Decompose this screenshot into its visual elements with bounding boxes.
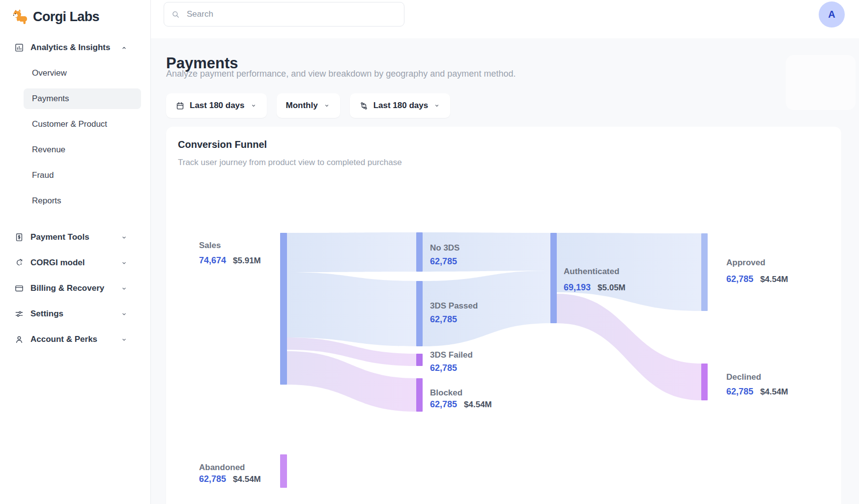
node-amount: $5.91M [233, 256, 261, 266]
chevron-up-icon[interactable] [120, 44, 128, 52]
sidebar: Corgi Labs Analytics & InsightsOverviewP… [0, 0, 151, 504]
sidebar-subitem-label: Fraud [32, 170, 54, 180]
sliders-icon [14, 309, 24, 319]
chevron-down-icon[interactable] [120, 336, 128, 344]
node-label-sales: Sales [199, 241, 221, 251]
filter-button-0[interactable]: Last 180 days [166, 93, 267, 118]
node-label-authenticated: Authenticated [564, 267, 619, 277]
node-count[interactable]: 62,785 [430, 363, 457, 373]
sidebar-subitem-label: Revenue [32, 145, 65, 155]
page-subtitle: Analyze payment performance, and view br… [166, 69, 515, 79]
dog-icon [14, 258, 24, 268]
node-amount: $4.54M [464, 400, 492, 410]
node-name: Approved [726, 258, 765, 268]
flow-sales-to-no_3ds[interactable] [287, 232, 416, 272]
node-bar-authenticated[interactable] [550, 233, 557, 323]
node-name: 3DS Failed [430, 350, 473, 360]
node-amount: $4.54M [760, 387, 788, 397]
node-bar-no_3ds[interactable] [416, 232, 423, 272]
sidebar-nav: Analytics & InsightsOverviewPaymentsCust… [9, 37, 141, 350]
search-box[interactable] [164, 2, 404, 27]
node-count[interactable]: 69,193 [564, 282, 591, 293]
node-count[interactable]: 62,785 [430, 314, 457, 325]
node-bar-declined[interactable] [701, 364, 708, 400]
node-bar-sales[interactable] [280, 233, 287, 385]
node-count[interactable]: 62,785 [199, 474, 226, 484]
node-name: Abandoned [199, 463, 245, 473]
sidebar-item-corgi-model[interactable]: CORGI model [9, 252, 141, 273]
filter-label: Monthly [286, 101, 318, 111]
node-count[interactable]: 74,674 [199, 255, 226, 266]
flow-sales-to-3ds_passed[interactable] [287, 272, 416, 346]
corgi-logo-icon [12, 9, 29, 25]
chevron-down-icon[interactable] [120, 310, 128, 318]
filter-button-2[interactable]: Last 180 days [350, 93, 451, 118]
node-values-declined: 62,785$4.54M [726, 387, 788, 397]
sidebar-item-payment-tools[interactable]: Payment Tools [9, 227, 141, 248]
sidebar-subitem-customer-product[interactable]: Customer & Product [24, 114, 141, 135]
filter-label: Last 180 days [190, 101, 245, 111]
user-avatar[interactable]: A [819, 1, 845, 28]
sidebar-subitem-revenue[interactable]: Revenue [24, 140, 141, 160]
node-label-no_3ds: No 3DS [430, 243, 459, 253]
sidebar-subitem-label: Overview [32, 68, 67, 78]
sidebar-item-label: Analytics & Insights [30, 43, 110, 53]
sidebar-subitem-label: Customer & Product [32, 119, 107, 129]
sidebar-item-billing-recovery[interactable]: Billing & Recovery [9, 278, 141, 299]
brand-logo[interactable]: Corgi Labs [9, 7, 141, 27]
sidebar-subitem-payments[interactable]: Payments [24, 88, 141, 109]
filter-button-1[interactable]: Monthly [277, 93, 340, 118]
chevron-down-icon [433, 102, 441, 110]
sidebar-item-label: Settings [30, 309, 63, 319]
chevron-down-icon[interactable] [120, 284, 128, 293]
node-values-3ds_passed: 62,785 [430, 314, 457, 325]
node-name: Sales [199, 241, 221, 251]
filter-bar: Last 180 daysMonthlyLast 180 days [166, 93, 450, 118]
node-amount: $4.54M [233, 475, 261, 484]
node-amount: $5.05M [598, 283, 626, 293]
sidebar-item-label: CORGI model [30, 258, 85, 268]
sidebar-item-label: Payment Tools [30, 232, 89, 242]
sidebar-item-account-perks[interactable]: Account & Perks [9, 329, 141, 350]
chevron-down-icon[interactable] [120, 233, 128, 242]
main-content: Payments Analyze payment performance, an… [151, 38, 859, 504]
node-label-blocked: Blocked [430, 388, 462, 398]
node-values-3ds_failed: 62,785 [430, 363, 457, 373]
node-name: Authenticated [564, 267, 619, 277]
sidebar-subitem-fraud[interactable]: Fraud [24, 165, 141, 186]
sankey-svg [166, 127, 841, 504]
node-count[interactable]: 62,785 [726, 387, 753, 397]
sidebar-subitem-reports[interactable]: Reports [24, 191, 141, 211]
node-label-3ds_failed: 3DS Failed [430, 350, 473, 360]
corgi-labs-dashboard: { "brand": { "name": "Corgi Labs" }, "to… [0, 0, 859, 504]
search-icon [171, 10, 180, 19]
node-bar-abandoned[interactable] [280, 454, 287, 488]
sidebar-item-label: Billing & Recovery [30, 283, 104, 293]
sidebar-item-settings[interactable]: Settings [9, 304, 141, 324]
node-name: 3DS Passed [430, 301, 478, 311]
calendar-icon [175, 101, 185, 111]
node-bar-approved[interactable] [701, 233, 708, 311]
filter-label: Last 180 days [373, 101, 429, 111]
chevron-down-icon[interactable] [120, 259, 128, 267]
node-count[interactable]: 62,785 [726, 274, 753, 284]
node-count[interactable]: 62,785 [430, 256, 457, 267]
node-label-3ds_passed: 3DS Passed [430, 301, 478, 311]
sidebar-subitem-overview[interactable]: Overview [24, 63, 141, 84]
sidebar-subitem-label: Reports [32, 196, 61, 206]
node-bar-3ds_failed[interactable] [416, 354, 423, 366]
topbar: A [151, 0, 859, 38]
sidebar-item-analytics-insights[interactable]: Analytics & Insights [9, 37, 141, 58]
user-icon [14, 335, 24, 344]
node-count[interactable]: 62,785 [430, 399, 457, 410]
node-values-no_3ds: 62,785 [430, 256, 457, 267]
search-input[interactable] [186, 9, 397, 20]
node-name: Blocked [430, 388, 462, 398]
receipt-icon [14, 232, 24, 242]
brand-name: Corgi Labs [33, 9, 99, 25]
sidebar-item-label: Account & Perks [30, 335, 97, 344]
node-label-abandoned: Abandoned [199, 463, 245, 473]
node-bar-blocked[interactable] [416, 378, 423, 412]
node-bar-3ds_passed[interactable] [416, 281, 423, 346]
node-name: Declined [726, 372, 761, 382]
